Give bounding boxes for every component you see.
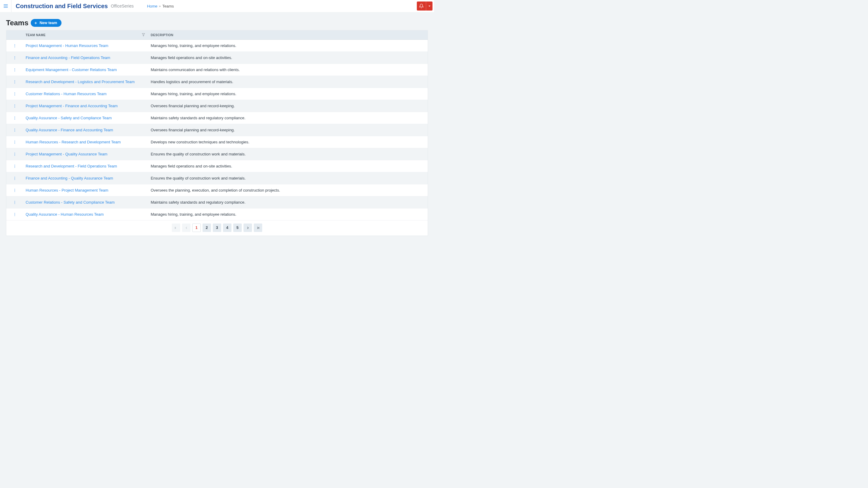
- pagination-first-button: [172, 224, 180, 232]
- more-vertical-icon: [13, 200, 17, 204]
- team-name-link[interactable]: Equipment Management - Customer Relation…: [26, 67, 117, 72]
- team-name-link[interactable]: Human Resources - Project Management Tea…: [26, 188, 108, 193]
- team-name-link[interactable]: Quality Assurance - Finance and Accounti…: [26, 128, 113, 132]
- svg-point-45: [14, 201, 15, 201]
- row-actions-button[interactable]: [10, 54, 19, 62]
- table-row: Customer Relations - Safety and Complian…: [6, 196, 428, 208]
- breadcrumb-current: Teams: [162, 4, 174, 8]
- pagination-page-4[interactable]: 4: [223, 224, 231, 232]
- svg-point-6: [14, 44, 15, 44]
- svg-point-31: [14, 142, 15, 142]
- pagination-page-1[interactable]: 1: [192, 224, 201, 232]
- svg-point-46: [14, 202, 15, 203]
- topbar-dropdown-button[interactable]: [426, 1, 433, 10]
- team-name-link[interactable]: Customer Relations - Safety and Complian…: [26, 200, 115, 204]
- hamburger-icon: [3, 3, 8, 9]
- more-vertical-icon: [13, 56, 17, 60]
- app-title[interactable]: Construction and Field Services: [16, 3, 108, 10]
- team-name-link[interactable]: Project Management - Finance and Account…: [26, 104, 118, 108]
- table-row: Quality Assurance - Finance and Accounti…: [6, 124, 428, 136]
- row-actions-button[interactable]: [10, 138, 19, 147]
- team-name-link[interactable]: Research and Development - Logistics and…: [26, 79, 135, 84]
- svg-marker-5: [142, 33, 145, 36]
- svg-point-17: [14, 83, 15, 84]
- new-team-button[interactable]: New team: [31, 19, 61, 27]
- table-row: Project Management - Human Resources Tea…: [6, 40, 428, 52]
- row-actions-button[interactable]: [10, 102, 19, 110]
- svg-point-47: [14, 203, 15, 204]
- row-actions-button[interactable]: [10, 90, 19, 98]
- team-name-link[interactable]: Human Resources - Research and Developme…: [26, 140, 121, 144]
- pagination-prev-button: [182, 224, 190, 232]
- topbar: Construction and Field Services OfficeSe…: [0, 0, 434, 12]
- team-name-link[interactable]: Finance and Accounting - Field Operation…: [26, 56, 110, 60]
- chevron-last-icon: [256, 226, 260, 230]
- table-row: Research and Development - Field Operati…: [6, 160, 428, 172]
- row-actions-button[interactable]: [10, 198, 19, 207]
- team-name-link[interactable]: Research and Development - Field Operati…: [26, 164, 117, 168]
- svg-point-10: [14, 58, 15, 58]
- team-description: Maintains safety standards and regulator…: [148, 112, 428, 124]
- breadcrumb-separator-icon: »: [159, 4, 161, 8]
- team-name-link[interactable]: Quality Assurance - Safety and Complianc…: [26, 116, 112, 120]
- team-description: Ensures the quality of construction work…: [148, 172, 428, 184]
- svg-point-12: [14, 68, 15, 69]
- row-actions-button[interactable]: [10, 114, 19, 122]
- row-actions-button[interactable]: [10, 126, 19, 134]
- row-actions-button[interactable]: [10, 150, 19, 158]
- team-name-link[interactable]: Project Management - Quality Assurance T…: [26, 152, 107, 156]
- table-row: Quality Assurance - Safety and Complianc…: [6, 112, 428, 124]
- pagination-next-button[interactable]: [244, 224, 252, 232]
- pagination-page-2[interactable]: 2: [203, 224, 211, 232]
- filter-team-name-button[interactable]: [142, 33, 145, 37]
- svg-point-36: [14, 164, 15, 165]
- page-title: Teams: [6, 19, 28, 27]
- hamburger-menu-button[interactable]: [0, 0, 11, 12]
- team-description: Manages hiring, training, and employee r…: [148, 88, 428, 100]
- svg-point-50: [14, 216, 15, 216]
- row-actions-button[interactable]: [10, 210, 19, 219]
- svg-point-43: [14, 190, 15, 191]
- breadcrumb-home-link[interactable]: Home: [147, 4, 158, 8]
- pagination-last-button[interactable]: [254, 224, 262, 232]
- team-description: Handles logistics and procurement of mat…: [148, 76, 428, 88]
- row-actions-button[interactable]: [10, 186, 19, 195]
- svg-point-39: [14, 176, 15, 177]
- column-header-team-name[interactable]: Team Name: [23, 30, 148, 40]
- team-description: Maintains safety standards and regulator…: [148, 196, 428, 208]
- team-name-link[interactable]: Customer Relations - Human Resources Tea…: [26, 92, 107, 96]
- svg-point-44: [14, 191, 15, 192]
- row-actions-button[interactable]: [10, 41, 19, 50]
- svg-point-8: [14, 47, 15, 47]
- table-row: Quality Assurance - Human Resources Team…: [6, 208, 428, 221]
- more-vertical-icon: [13, 116, 17, 120]
- pagination-page-3[interactable]: 3: [213, 224, 221, 232]
- pagination: 12345: [6, 221, 428, 235]
- team-description: Maintains communication and relations wi…: [148, 64, 428, 76]
- svg-point-19: [14, 94, 15, 94]
- svg-point-18: [14, 92, 15, 93]
- more-vertical-icon: [13, 188, 17, 193]
- table-row: Human Resources - Project Management Tea…: [6, 184, 428, 196]
- svg-point-13: [14, 70, 15, 70]
- plus-icon: [34, 21, 38, 25]
- notifications-button[interactable]: [417, 1, 426, 10]
- team-name-link[interactable]: Quality Assurance - Human Resources Team: [26, 212, 104, 217]
- team-name-link[interactable]: Project Management - Human Resources Tea…: [26, 43, 108, 48]
- row-actions-button[interactable]: [10, 78, 19, 86]
- svg-point-30: [14, 140, 15, 141]
- more-vertical-icon: [13, 44, 17, 48]
- team-name-link[interactable]: Finance and Accounting - Quality Assuran…: [26, 176, 113, 181]
- more-vertical-icon: [13, 128, 17, 132]
- row-actions-button[interactable]: [10, 174, 19, 183]
- pagination-page-5[interactable]: 5: [233, 224, 242, 232]
- svg-point-27: [14, 128, 15, 129]
- svg-point-41: [14, 179, 15, 180]
- svg-point-29: [14, 131, 15, 132]
- row-actions-button[interactable]: [10, 162, 19, 170]
- table-row: Project Management - Finance and Account…: [6, 100, 428, 112]
- column-header-description[interactable]: Description: [148, 30, 428, 40]
- row-actions-button[interactable]: [10, 66, 19, 74]
- svg-point-32: [14, 143, 15, 144]
- more-vertical-icon: [13, 152, 17, 156]
